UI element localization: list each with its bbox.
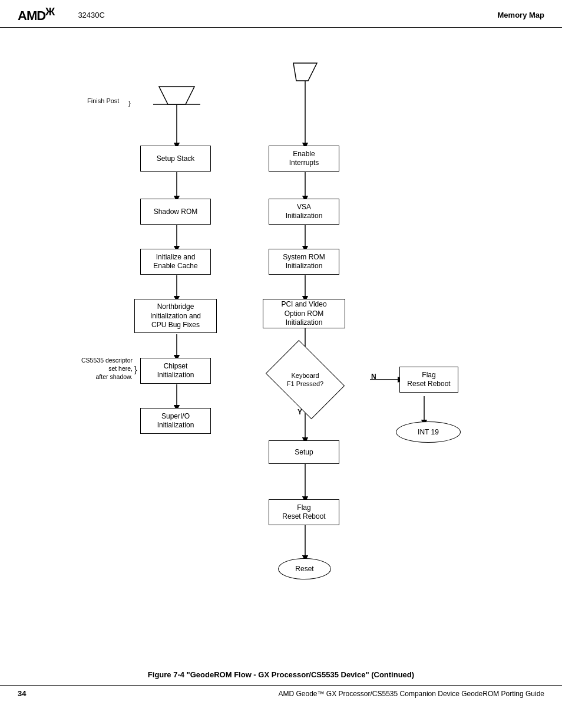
pci-video-box: PCI and Video Option ROM Initialization	[263, 299, 345, 328]
shadow-rom-box: Shadow ROM	[140, 199, 211, 225]
y-label: Y	[297, 408, 302, 416]
init-enable-cache-box: Initialize and Enable Cache	[140, 249, 211, 275]
system-rom-init-box: System ROM Initialization	[269, 249, 339, 275]
footer-page: 34	[18, 689, 26, 698]
page-header: AMDЖ 32430C Memory Map	[0, 0, 562, 28]
enable-interrupts-box: Enable Interrupts	[269, 146, 339, 172]
northbridge-box: Northbridge Initialization and CPU Bug F…	[134, 299, 217, 333]
n-label: N	[371, 373, 376, 381]
footer-title: AMD Geode™ GX Processor/CS5535 Companion…	[278, 690, 544, 698]
int19-oval: INT 19	[396, 421, 461, 443]
reset-oval: Reset	[278, 558, 331, 579]
amd-logo: AMDЖ	[18, 6, 54, 24]
flag-reset-reboot-bottom-box: Flag Reset Reboot	[269, 499, 339, 525]
superio-box: SuperI/O Initialization	[140, 408, 211, 434]
finish-post-annotation: Finish Post	[87, 97, 119, 104]
section-title: Memory Map	[498, 11, 544, 19]
diagram-area: Finish Post } Setup Stack Shadow ROM Ini…	[0, 28, 562, 664]
setup-stack-box: Setup Stack	[140, 146, 211, 172]
figure-caption: Figure 7-4 "GeodeROM Flow - GX Processor…	[18, 670, 544, 679]
setup-box: Setup	[269, 440, 339, 464]
svg-marker-21	[293, 63, 317, 81]
svg-marker-19	[159, 87, 194, 104]
vsa-init-box: VSA Initialization	[269, 199, 339, 225]
page-footer: 34 AMD Geode™ GX Processor/CS5535 Compan…	[0, 685, 562, 701]
keyboard-f1-diamond: Keyboard F1 Pressed?	[273, 356, 338, 403]
flag-reset-reboot-right-box: Flag Reset Reboot	[399, 367, 458, 393]
cs5535-annotation: CS5535 descriptor set here, after shadow…	[41, 357, 133, 381]
doc-number: 32430C	[78, 11, 105, 19]
chipset-init-box: Chipset Initialization	[140, 358, 211, 384]
